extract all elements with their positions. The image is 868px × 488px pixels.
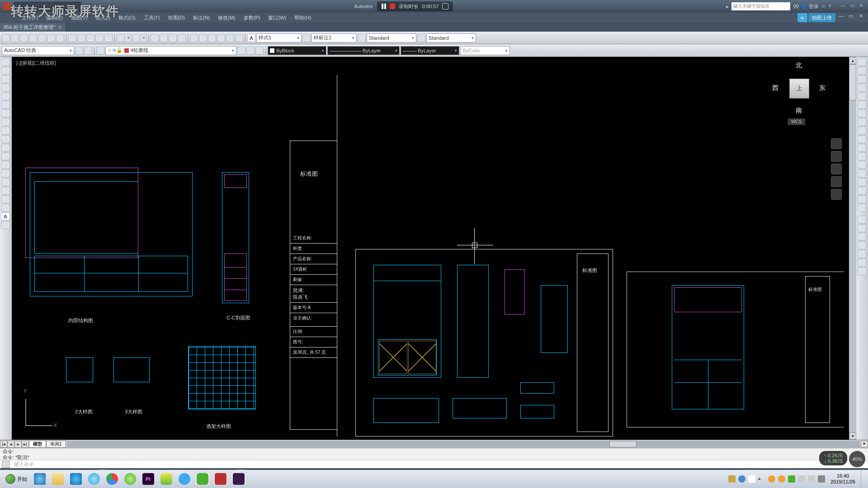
ellipse-icon[interactable]: [1, 135, 10, 143]
redo-dropdown[interactable]: ▾: [141, 34, 146, 42]
exchange-icon[interactable]: ✕: [821, 4, 826, 9]
copy-icon[interactable]: [77, 34, 85, 42]
cloud-icon[interactable]: ∞: [797, 13, 807, 22]
tray-flag-icon[interactable]: [748, 475, 755, 483]
save-icon[interactable]: [20, 34, 28, 42]
tb-cloud-icon[interactable]: [86, 472, 102, 486]
scroll-down-icon[interactable]: ▾: [849, 432, 856, 440]
sheet-icon[interactable]: [217, 34, 225, 42]
line-icon[interactable]: [1, 58, 10, 66]
tray-qq2-icon[interactable]: [778, 475, 785, 483]
redo-icon[interactable]: [132, 34, 140, 42]
polygon-icon[interactable]: [1, 84, 10, 92]
menu-window[interactable]: 窗口(W): [264, 14, 290, 22]
dimstyle-select[interactable]: 样标注1▾: [311, 33, 357, 42]
doc-minimize[interactable]: —: [836, 13, 845, 22]
lineweight-select[interactable]: ——— ByLayer▾: [401, 46, 459, 55]
draworder2-icon[interactable]: [857, 224, 866, 232]
close-tab-icon[interactable]: ✕: [58, 24, 62, 30]
photo-upload-button[interactable]: 拍照上传: [808, 13, 835, 22]
tab-last-icon[interactable]: ▸|: [22, 441, 29, 448]
publish-icon[interactable]: [47, 34, 55, 42]
tab-first-icon[interactable]: |◂: [0, 441, 7, 448]
tb-ie-icon[interactable]: [32, 472, 48, 486]
scroll-thumb[interactable]: [849, 64, 856, 100]
insert-icon[interactable]: [1, 152, 10, 160]
table-icon[interactable]: [1, 204, 10, 212]
workspace-select[interactable]: AutoCAD 经典▾: [2, 46, 74, 55]
viewcube-wcs[interactable]: WCS: [788, 118, 805, 125]
compass-n[interactable]: 北: [796, 61, 802, 70]
dcenter-icon[interactable]: [199, 34, 207, 42]
props-icon[interactable]: [190, 34, 198, 42]
tab-next-icon[interactable]: ▸: [14, 441, 22, 448]
h-scrollbar[interactable]: [67, 441, 860, 447]
minimize-button[interactable]: —: [839, 3, 847, 9]
copy-obj-icon[interactable]: [857, 66, 866, 75]
tray-extra-icon[interactable]: [818, 475, 825, 483]
tb-wechat-icon[interactable]: [194, 472, 211, 486]
nav-wheel-icon[interactable]: [831, 138, 842, 149]
join-icon[interactable]: [857, 169, 866, 178]
move-icon[interactable]: [857, 101, 866, 109]
menu-dimension[interactable]: 标注(N): [189, 14, 213, 22]
nav-zoom-icon[interactable]: [831, 164, 842, 174]
mleaderstyle-select[interactable]: Standard▾: [426, 33, 476, 42]
break-icon[interactable]: [857, 161, 866, 169]
layer-select[interactable]: ☀❄🔓 4轮廓线▾: [105, 46, 236, 55]
tb-music-icon[interactable]: [158, 472, 175, 486]
start-button[interactable]: 开始: [2, 472, 31, 486]
zoom-rt-icon[interactable]: [160, 34, 168, 42]
tb-chrome-icon[interactable]: [104, 472, 120, 486]
hatch-icon[interactable]: [1, 178, 10, 186]
new-icon[interactable]: [2, 34, 10, 42]
doc-restore[interactable]: ▭: [846, 13, 855, 22]
color-select[interactable]: ByBlock▾: [268, 46, 326, 55]
mirror-icon[interactable]: [857, 75, 866, 83]
menu-format[interactable]: 格式(O): [115, 14, 139, 22]
tray-clock[interactable]: 16:40 2019/11/26: [828, 473, 858, 485]
layer-iso-icon[interactable]: [255, 47, 264, 55]
maximize-button[interactable]: ▭: [848, 3, 856, 9]
explode-icon[interactable]: [857, 204, 866, 212]
cmdline-handle-icon[interactable]: [2, 461, 10, 468]
point-icon[interactable]: [1, 169, 10, 178]
show-desktop-button[interactable]: [861, 471, 864, 487]
chamfer-icon[interactable]: [857, 178, 866, 186]
match-icon[interactable]: [95, 34, 104, 42]
tablestyle-select[interactable]: Standard▾: [367, 33, 416, 42]
tab-layout1[interactable]: 布局1: [46, 441, 66, 448]
make-block-icon[interactable]: [1, 161, 10, 169]
revcloud-icon[interactable]: [1, 118, 10, 126]
toolpal-icon[interactable]: [208, 34, 216, 42]
menu-edit[interactable]: 编辑(E): [42, 14, 66, 22]
close-button[interactable]: ✕: [857, 3, 865, 9]
viewcube[interactable]: 北 南 西 东 上 WCS: [772, 61, 826, 134]
tray-shield-icon[interactable]: [788, 475, 795, 483]
arc-icon[interactable]: [1, 101, 10, 109]
menu-view[interactable]: 视图(V): [67, 14, 91, 22]
undo-dropdown[interactable]: ▾: [126, 34, 131, 42]
scale-icon[interactable]: [857, 118, 866, 126]
ucs-icon[interactable]: YX: [25, 390, 61, 426]
nav-orbit-icon[interactable]: [831, 176, 842, 187]
signin-button[interactable]: 👤 登录: [801, 3, 819, 10]
open-icon[interactable]: [11, 34, 19, 42]
markup-icon[interactable]: [226, 34, 234, 42]
cut-icon[interactable]: [68, 34, 76, 42]
tab-prev-icon[interactable]: ◂: [7, 441, 14, 448]
layer-prev-icon[interactable]: [237, 47, 245, 55]
3ddwf-icon[interactable]: [56, 34, 64, 42]
stretch-icon[interactable]: [857, 127, 866, 135]
stop-icon[interactable]: [390, 4, 395, 9]
preview-icon[interactable]: [38, 34, 46, 42]
plotcolor-select[interactable]: ByColor▾: [460, 46, 510, 55]
tb-edge-icon[interactable]: [68, 472, 84, 486]
tray-net-icon[interactable]: [798, 475, 805, 483]
compass-s[interactable]: 南: [796, 107, 802, 115]
undo-icon[interactable]: [117, 34, 125, 42]
array-icon[interactable]: [857, 92, 866, 100]
tb-autocad-icon[interactable]: [212, 472, 229, 486]
draworder3-icon[interactable]: [857, 233, 866, 241]
quickcalc-icon[interactable]: [235, 34, 243, 42]
